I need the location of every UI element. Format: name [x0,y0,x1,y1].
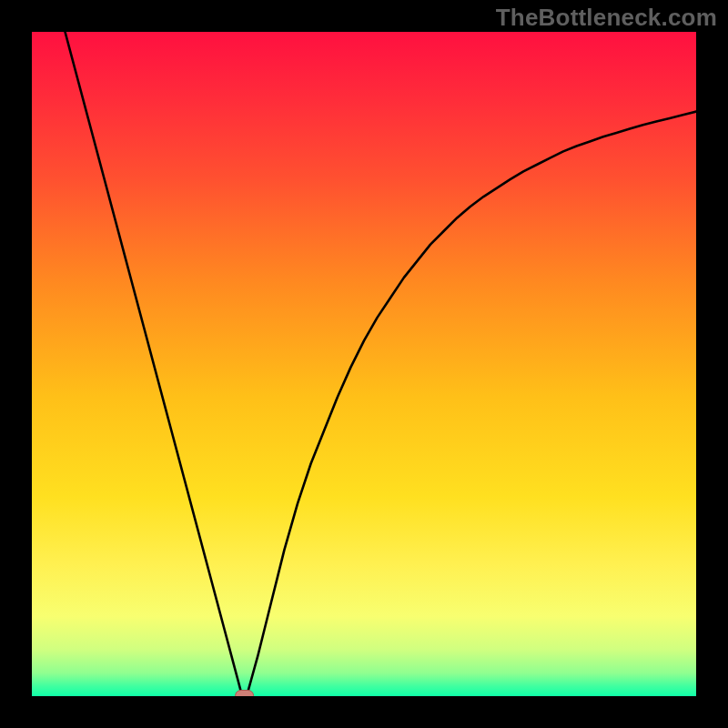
gradient-background [32,32,696,696]
plot-svg [32,32,696,696]
min-marker [236,691,254,697]
plot-area [32,32,696,696]
watermark-text: TheBottleneck.com [496,4,717,32]
chart-frame: TheBottleneck.com [0,0,728,728]
